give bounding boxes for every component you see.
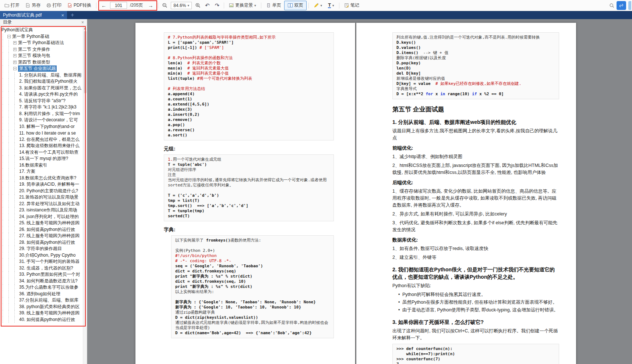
scrollbar-thumb[interactable] <box>84 31 86 93</box>
toc-item[interactable]: 5. 请反转字符串 "aStr"? <box>1 98 83 104</box>
toc-item[interactable]: 31. 手写一个判断时间的装饰器 <box>1 258 83 265</box>
toc-item[interactable]: 10. 解释一下python的and-or <box>1 124 83 130</box>
toc-item[interactable]: 9. 请设计一个decorator，它可 <box>1 117 83 124</box>
share-link-button[interactable] <box>617 1 626 10</box>
toc-item-label: 5. 请反转字符串 "aStr"? <box>19 98 66 104</box>
toc-item[interactable]: 3. 如果你困在了死循环里，怎么 <box>1 85 83 92</box>
open-button[interactable]: 打开 <box>1 1 22 10</box>
expand-icon[interactable]: + <box>13 41 17 44</box>
page-number-input[interactable] <box>110 2 127 9</box>
toc-item[interactable]: 37.分别从前端、后端、数据库 <box>1 297 83 304</box>
collapse-icon[interactable]: − <box>13 67 17 70</box>
search-icon[interactable] <box>609 3 614 8</box>
change-background-button[interactable]: 更换背景 ▾ <box>226 1 259 10</box>
print-button[interactable]: 打印 <box>43 1 64 10</box>
toc-item[interactable]: −第五节 企业面试题 <box>1 65 83 72</box>
page-right-inner: 列出所有的键,值.注意得到的是一个可迭代对象,而不是列表.用的时候需要转换D.k… <box>356 23 576 364</box>
single-page-button[interactable]: 单页 <box>263 1 284 10</box>
tab-close-icon[interactable]: × <box>61 13 64 18</box>
expand-icon[interactable]: + <box>13 48 17 51</box>
tree-indent <box>3 72 7 79</box>
toc-item[interactable]: 35.为什么函数名字可以当做参 <box>1 284 83 291</box>
toc-item[interactable]: 21.装饰器的写法以及应用场景 <box>1 194 83 201</box>
expand-icon[interactable]: + <box>13 61 17 64</box>
tree-indent <box>8 85 13 92</box>
toc-item[interactable]: −第一章 Python基础 <box>1 33 83 40</box>
toc-item[interactable]: 39. 线上服务可能因为种种原因 <box>1 310 83 317</box>
expand-icon[interactable]: + <box>13 54 17 57</box>
toc-item[interactable]: 34. 如何判断是函数还是方法? <box>1 278 83 285</box>
toc-item-label: 17. 方案 <box>19 168 35 175</box>
toc-item[interactable]: 23. isinstance作用以及应用场 <box>1 207 83 214</box>
tree-indent <box>3 271 7 278</box>
zoom-out-button[interactable] <box>160 3 169 8</box>
notes-button[interactable]: 笔记 <box>341 1 362 10</box>
next-page-button[interactable]: → <box>146 3 155 8</box>
toc-item[interactable]: 30.介绍Cython, Pypy Cpytho <box>1 252 83 259</box>
toc-item[interactable]: 32. 生成器，迭代器的区别? <box>1 265 83 272</box>
toc-item[interactable]: 38. python新式类和经典类的区 <box>1 304 83 310</box>
toc-item[interactable]: 19. 简单谈谈ACID, 并解释每一 <box>1 181 83 188</box>
toc-item[interactable]: 18.数据库怎么优化查询效率? <box>1 175 83 182</box>
toc-item[interactable]: 15.说一下 mysql 的原理? <box>1 156 83 162</box>
toc-item[interactable]: Python面试宝典 <box>1 27 83 33</box>
paragraph: 1、如有条件, 数据可以存放于redis, 读取速度快 <box>392 245 559 252</box>
toc-item[interactable]: 16.数据库索引 <box>1 162 83 169</box>
toc-item[interactable]: 33. Python里面如何拷贝一个对 <box>1 271 83 278</box>
partial-button[interactable] <box>628 1 631 10</box>
print-label: 打印 <box>53 2 61 8</box>
link-icon <box>619 3 624 8</box>
toc-item[interactable]: 24. json序列化时，可以处理的 <box>1 214 83 220</box>
toc-item[interactable]: +第二节 文件操作 <box>1 46 83 53</box>
toc-item[interactable]: 12. 你在爬虫过程中，都是怎么 <box>1 136 83 143</box>
text-tool-button[interactable]: T ▾ <box>325 1 337 10</box>
zoom-level-dropdown[interactable]: 84.6% ▾ <box>171 2 192 9</box>
toc-item[interactable]: 29. 字符串的操作题目 <box>1 246 83 252</box>
single-page-icon <box>266 3 271 8</box>
tree-indent <box>14 207 19 214</box>
toc-item[interactable]: +第一节 Python基础语法 <box>1 40 83 46</box>
pdf-convert-button[interactable]: PDF转换 <box>64 1 94 10</box>
tree-indent <box>8 40 13 46</box>
toc-item[interactable]: 17. 方案 <box>1 168 83 175</box>
highlighter-button[interactable]: ▾ <box>311 1 325 10</box>
paragraph: 1、缓存存储读写次数高, 变化少的数据, 比如网站首页的信息、商品的信息等。应用… <box>392 188 559 209</box>
toc-item[interactable]: 28. 如何提高python的运行效 <box>1 239 83 246</box>
prev-page-button[interactable]: ← <box>99 3 109 8</box>
new-tab-button[interactable]: + <box>67 11 78 19</box>
tree-indent <box>3 201 7 207</box>
document-viewport[interactable]: # 7.Python的列表的截取与字符串操作类型相同,如下所示L = ['spa… <box>87 19 632 364</box>
toc-item[interactable]: 11. how do I iterate over a se <box>1 130 83 136</box>
toc-item[interactable]: 7. 将字符串 "k:1 |k1:2|k2:3|k3 <box>1 104 83 111</box>
toc-item[interactable]: 13. 爬取这些数据都用来做什么 <box>1 143 83 149</box>
question-heading: 3. 如果你困在了死循环里，怎么打破它? <box>392 318 559 326</box>
toc-item[interactable]: 27. 线上服务可能因为种种原因 <box>1 233 83 239</box>
toc-item[interactable]: 22. 异常处理写法以及如何主动 <box>1 201 83 207</box>
toc-item[interactable]: 14.有没有一个工具可以帮助查 <box>1 149 83 156</box>
toc-item[interactable]: 36. 遇到bug如何处理 <box>1 291 83 297</box>
toc-item[interactable]: 40. 如何提高python的运行效 <box>1 317 83 323</box>
toc-close-icon[interactable]: × <box>81 20 84 25</box>
toc-item[interactable]: 20. Python的主要功能是什么? <box>1 188 83 195</box>
toc-item[interactable]: 1. 分别从前端、后端、数据库阐 <box>1 72 83 79</box>
toc-item[interactable]: 4. 请谈谈.pyc文件和.py文件的 <box>1 91 83 98</box>
toc-item[interactable]: 2. 我们都知道现在Python很火 <box>1 78 83 85</box>
collapse-icon[interactable]: − <box>7 35 11 38</box>
tree-indent <box>8 124 13 130</box>
toc-item[interactable]: 26. 如何提高python的运行效 <box>1 226 83 233</box>
toc-item[interactable]: 25. 线上服务可能因为种种原因 <box>1 220 83 226</box>
document-tab[interactable]: Python面试宝典.pdf × <box>0 11 67 19</box>
toc-scrollbar[interactable] <box>83 26 87 364</box>
tree-indent <box>14 291 19 297</box>
toc-item[interactable]: 8. 利用切片操作，实现一个trim <box>1 111 83 117</box>
double-page-button[interactable]: 双页 <box>284 1 307 10</box>
undo-button[interactable]: ↶ <box>202 2 212 9</box>
scroll-up-icon[interactable] <box>84 28 86 29</box>
toc-item[interactable]: +第四节 数据类型 <box>1 59 83 66</box>
zoom-in-button[interactable] <box>193 3 202 8</box>
redo-button[interactable]: ↷ <box>212 2 222 9</box>
toc-item[interactable]: +第三节 模块与包 <box>1 53 83 59</box>
paragraph: 2、html和CSS放在页面上部, javascript放在页面下面, 因为js… <box>392 162 559 176</box>
tree-indent <box>14 201 19 207</box>
save-as-button[interactable]: 另存 <box>22 1 43 10</box>
